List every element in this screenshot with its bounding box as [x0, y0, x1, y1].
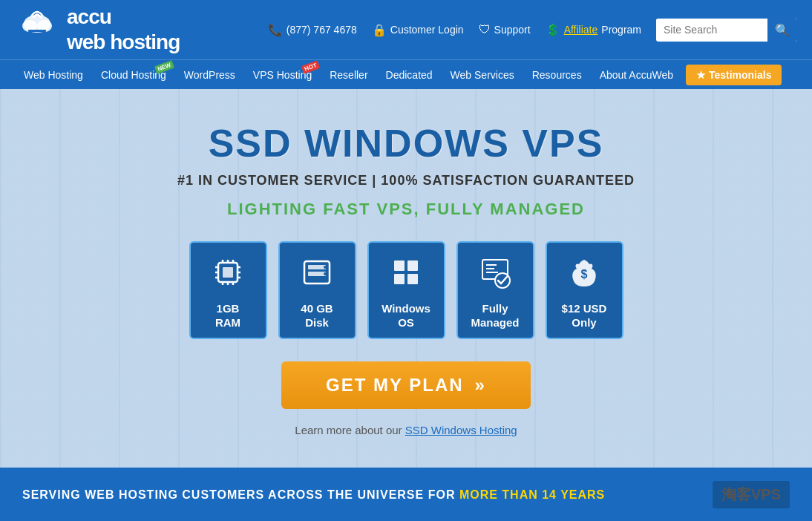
logo-main-text: accu [67, 4, 180, 30]
nav-vps-hosting[interactable]: VPS Hosting HOT [244, 62, 321, 88]
svg-rect-22 [308, 272, 326, 276]
logo-sub-text: web hosting [67, 30, 180, 55]
feature-managed-label: Fully Managed [471, 301, 519, 330]
svg-rect-28 [407, 274, 418, 284]
hero-content: SSD WINDOWS VPS #1 IN CUSTOMER SERVICE |… [177, 121, 635, 436]
logo-text: accu web hosting [67, 4, 180, 54]
feature-managed: Fully Managed [456, 241, 534, 339]
search-button[interactable]: 🔍 [767, 19, 797, 42]
nav-wordpress[interactable]: WordPress [175, 62, 244, 88]
top-navigation: 📞 (877) 767 4678 🔒 Customer Login 🛡 Supp… [268, 19, 797, 42]
lock-icon: 🔒 [372, 23, 387, 37]
nav-resources[interactable]: Resources [523, 62, 591, 88]
nav-testimonials[interactable]: ★ Testimonials [686, 65, 782, 85]
ssd-windows-hosting-link[interactable]: SSD Windows Hosting [405, 424, 517, 436]
windows-icon [387, 254, 425, 295]
svg-rect-4 [28, 33, 46, 36]
logo-icon [15, 7, 59, 52]
svg-rect-27 [394, 274, 405, 284]
nav-about[interactable]: About AccuWeb [591, 62, 682, 88]
svg-point-24 [324, 272, 327, 275]
affiliate-label: Affiliate [564, 24, 598, 36]
nav-dedicated[interactable]: Dedicated [377, 62, 442, 88]
phone-number: (877) 767 4678 [287, 24, 357, 36]
svg-rect-26 [407, 260, 418, 271]
hero-subtitle: #1 IN CUSTOMER SERVICE | 100% SATISFACTI… [177, 173, 635, 189]
svg-rect-7 [223, 267, 233, 278]
support-link[interactable]: 🛡 Support [479, 23, 531, 36]
feature-price-label: $12 USD Only [562, 301, 607, 330]
customer-login-link[interactable]: 🔒 Customer Login [372, 23, 464, 37]
svg-text:$: $ [581, 268, 588, 281]
nav-web-hosting[interactable]: Web Hosting [15, 62, 92, 88]
bottom-banner: SERVING WEB HOSTING CUSTOMERS ACROSS THE… [0, 468, 812, 521]
disk-icon [298, 254, 335, 295]
hero-tagline: LIGHTING FAST VPS, FULLY MANAGED [177, 200, 635, 219]
feature-price: $ $12 USD Only [546, 241, 623, 339]
features-row: 1GB RAM 40 GB Disk [177, 241, 635, 339]
program-label: Program [601, 24, 641, 36]
price-icon: $ [566, 254, 603, 295]
learn-more-text: Learn more about our SSD Windows Hosting [177, 424, 635, 436]
support-label: Support [494, 24, 531, 36]
feature-disk: 40 GB Disk [278, 241, 356, 339]
years-highlight: MORE THAN 14 YEARS [459, 488, 605, 501]
search-box[interactable]: 🔍 [656, 19, 797, 42]
feature-ram: 1GB RAM [189, 241, 267, 339]
support-icon: 🛡 [479, 23, 491, 36]
nav-reseller[interactable]: Reseller [321, 62, 376, 88]
cta-arrows: » [475, 375, 486, 396]
feature-disk-label: 40 GB Disk [301, 301, 333, 330]
svg-rect-25 [394, 260, 405, 271]
bottom-banner-text: SERVING WEB HOSTING CUSTOMERS ACROSS THE… [22, 488, 605, 502]
search-input[interactable] [656, 19, 767, 40]
svg-point-23 [324, 266, 327, 269]
svg-rect-5 [28, 37, 46, 39]
cpu-icon [209, 254, 246, 295]
phone-link[interactable]: 📞 (877) 767 4678 [268, 23, 357, 37]
top-bar: accu web hosting 📞 (877) 767 4678 🔒 Cust… [0, 0, 812, 59]
phone-icon: 📞 [268, 23, 283, 37]
cta-button-label: GET MY PLAN [326, 375, 464, 396]
hero-section: SSD WINDOWS VPS #1 IN CUSTOMER SERVICE |… [0, 89, 812, 468]
nav-web-services[interactable]: Web Services [442, 62, 523, 88]
managed-icon [477, 254, 514, 295]
feature-windows-label: Windows OS [382, 301, 430, 330]
cta-button[interactable]: GET MY PLAN » [281, 361, 531, 409]
hero-title: SSD WINDOWS VPS [177, 121, 635, 166]
customer-login-label: Customer Login [390, 24, 464, 36]
logo[interactable]: accu web hosting [15, 4, 180, 54]
svg-rect-21 [308, 265, 326, 269]
nav-bar: Web Hosting Cloud Hosting NEW WordPress … [0, 59, 812, 89]
svg-rect-3 [28, 30, 46, 32]
affiliate-link[interactable]: 💲 Affiliate Program [546, 23, 641, 37]
dollar-icon: 💲 [546, 23, 560, 37]
bottom-banner-right: 淘客VPS [713, 481, 790, 508]
nav-cloud-hosting[interactable]: Cloud Hosting NEW [92, 62, 175, 88]
feature-windows: Windows OS [367, 241, 445, 339]
feature-ram-label: 1GB RAM [215, 301, 240, 330]
